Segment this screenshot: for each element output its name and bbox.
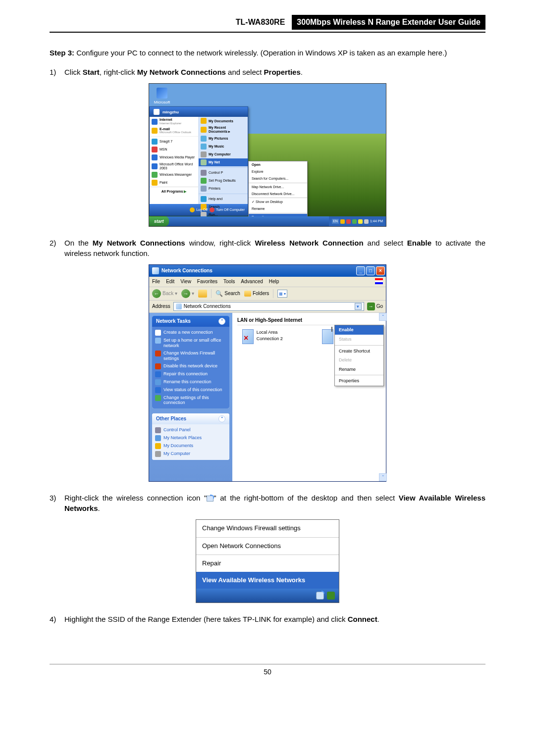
- context-menu-wireless: Enable Status Create Shortcut Delete Ren…: [334, 325, 384, 386]
- start-item-mymusic[interactable]: My Music: [199, 143, 248, 151]
- start-item-help[interactable]: Help and: [199, 195, 248, 203]
- ctx-rename[interactable]: Rename: [249, 205, 307, 212]
- menu-favorites[interactable]: Favorites: [197, 278, 217, 285]
- conn-lan[interactable]: × Local Area Connection 2: [242, 329, 292, 354]
- collapse-icon[interactable]: ˄: [218, 415, 225, 422]
- cm-enable[interactable]: Enable: [335, 325, 383, 335]
- cm-status: Status: [335, 335, 383, 344]
- panel-other-places: Other Places˄ Control Panel My Network P…: [152, 413, 229, 460]
- scroll-down[interactable]: ˅: [379, 473, 387, 481]
- start-menu-header: mingzhu: [150, 107, 248, 117]
- tray-icon[interactable]: [346, 219, 351, 224]
- minimize-button[interactable]: _: [356, 266, 365, 275]
- maximize-button[interactable]: □: [366, 266, 375, 275]
- tray-icon[interactable]: [327, 592, 335, 600]
- lan-icon: ×: [242, 329, 254, 344]
- menu-help[interactable]: Help: [269, 278, 279, 285]
- task-rename[interactable]: Rename this connection: [155, 378, 226, 386]
- start-item-mycomputer[interactable]: My Computer: [199, 151, 248, 158]
- wireless-tray-icon: [207, 496, 214, 502]
- tray-context-menu: Change Windows Firewall settings Open Ne…: [196, 520, 339, 589]
- task-repair[interactable]: Repair this connection: [155, 370, 226, 378]
- menu-edit[interactable]: Edit: [166, 278, 174, 285]
- tray-lang[interactable]: EN: [332, 219, 339, 224]
- start-item-mydocs[interactable]: My Documents: [199, 117, 248, 125]
- tm-firewall[interactable]: Change Windows Firewall settings: [196, 520, 339, 537]
- tm-view-networks[interactable]: View Available Wireless Networks: [196, 572, 339, 589]
- ctx-showdesktop[interactable]: ✓ Show on Desktop: [249, 199, 307, 205]
- place-networkplaces[interactable]: My Network Places: [155, 434, 226, 442]
- folders-button[interactable]: Folders: [244, 290, 269, 297]
- ctx-search[interactable]: Search for Computers...: [249, 175, 307, 182]
- group-header: LAN or High-Speed Internet: [237, 316, 381, 325]
- start-menu-right: My Documents My Recent Documents ▸ My Pi…: [199, 117, 248, 204]
- tray-icon[interactable]: [364, 219, 369, 224]
- task-disable[interactable]: Disable this network device: [155, 362, 226, 370]
- start-item-recent[interactable]: My Recent Documents ▸: [199, 125, 248, 134]
- start-item-msn[interactable]: MSN: [150, 146, 198, 153]
- paint-icon: [157, 88, 167, 99]
- menu-file[interactable]: File: [152, 278, 160, 285]
- place-mycomputer[interactable]: My Computer: [155, 450, 226, 458]
- menu-tools[interactable]: Tools: [223, 278, 235, 285]
- tm-open[interactable]: Open Network Connections: [196, 538, 339, 554]
- start-item-paint[interactable]: Paint: [150, 179, 198, 187]
- back-button[interactable]: ←Back ▾: [152, 289, 177, 298]
- tray-icon[interactable]: [358, 219, 363, 224]
- ctx-map[interactable]: Map Network Drive...: [249, 184, 307, 191]
- task-create[interactable]: Create a new connection: [155, 329, 226, 337]
- collapse-icon[interactable]: ˄: [218, 318, 225, 325]
- start-item-wmp[interactable]: Windows Media Player: [150, 153, 198, 161]
- address-dropdown[interactable]: ▾: [355, 303, 362, 310]
- start-item-snagit[interactable]: SnagIt 7: [150, 138, 198, 146]
- start-item-messenger[interactable]: Windows Messenger: [150, 171, 198, 179]
- tray-icon[interactable]: [352, 219, 357, 224]
- place-controlpanel[interactable]: Control Panel: [155, 426, 226, 434]
- start-item-setprog[interactable]: Set Prog Defaults: [199, 177, 248, 185]
- all-programs[interactable]: All Programs ▶: [150, 187, 198, 196]
- task-setup[interactable]: Set up a home or small office network: [155, 337, 226, 350]
- start-item-email[interactable]: E-mailMicrosoft Office Outlook: [150, 126, 198, 135]
- figure-tray-menu: Change Windows Firewall settings Open Ne…: [50, 519, 485, 603]
- close-button[interactable]: ×: [376, 266, 385, 275]
- tray-icon[interactable]: [340, 219, 345, 224]
- wireless-tray-icon[interactable]: [316, 592, 324, 600]
- forward-button[interactable]: → ▾: [181, 289, 194, 298]
- ctx-disconnect[interactable]: Disconnect Network Drive...: [249, 191, 307, 198]
- start-item-printers[interactable]: Printers: [199, 185, 248, 193]
- toolbar: ←Back ▾ → ▾ 🔍Search Folders ▦ ▾: [149, 287, 386, 301]
- logoff-button[interactable]: Log Off: [190, 207, 208, 212]
- cm-shortcut[interactable]: Create Shortcut: [335, 347, 383, 356]
- cm-properties[interactable]: Properties: [335, 376, 383, 386]
- start-button[interactable]: start: [149, 216, 169, 226]
- task-settings[interactable]: Change settings of this connection: [155, 394, 226, 407]
- task-firewall[interactable]: Change Windows Firewall settings: [155, 350, 226, 362]
- menu-view[interactable]: View: [180, 278, 191, 285]
- start-item-word[interactable]: Microsoft Office Word 2003: [150, 161, 198, 171]
- turnoff-button[interactable]: Turn Off Computer: [210, 207, 245, 212]
- titlebar: Network Connections _ □ ×: [149, 265, 386, 277]
- page-number: 50: [50, 664, 485, 687]
- menu-advanced[interactable]: Advanced: [241, 278, 263, 285]
- start-item-internet[interactable]: InternetInternet Explorer: [150, 117, 198, 126]
- up-button[interactable]: [198, 290, 207, 298]
- context-menu: Open Explore Search for Computers... Map…: [248, 161, 308, 221]
- tm-repair[interactable]: Repair: [196, 555, 339, 572]
- task-status[interactable]: View status of this connection: [155, 386, 226, 394]
- cm-rename[interactable]: Rename: [335, 365, 383, 374]
- start-menu: mingzhu InternetInternet Explorer E-mail…: [149, 106, 248, 215]
- tray-clock: 1:44 PM: [370, 219, 383, 224]
- step-2: 2) On the My Network Connections window,…: [50, 238, 485, 258]
- place-mydocs[interactable]: My Documents: [155, 442, 226, 450]
- ctx-explore[interactable]: Explore: [249, 168, 307, 175]
- start-item-controlpanel[interactable]: Control P: [199, 169, 248, 177]
- step-4: 4) Highlight the SSID of the Range Exten…: [50, 614, 485, 624]
- go-button[interactable]: →Go: [367, 302, 383, 310]
- address-input[interactable]: Network Connections ▾: [173, 302, 364, 311]
- search-button[interactable]: 🔍Search: [215, 290, 240, 298]
- views-button[interactable]: ▦ ▾: [277, 290, 287, 298]
- ctx-open[interactable]: Open: [249, 161, 307, 168]
- scroll-up[interactable]: ˄: [379, 313, 387, 321]
- start-item-mynetwork[interactable]: My Net: [199, 158, 248, 166]
- start-item-mypics[interactable]: My Pictures: [199, 135, 248, 143]
